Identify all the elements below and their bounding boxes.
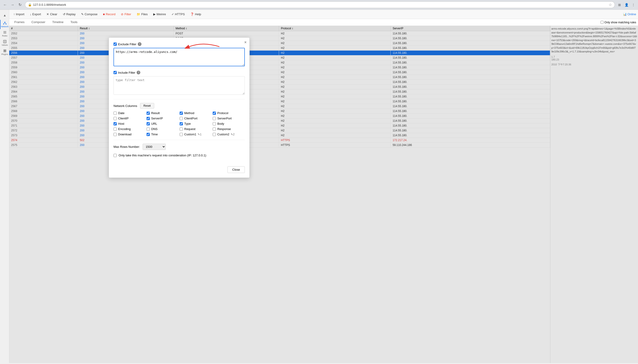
column-item-serverip: ServerIP [147,117,179,120]
exclude-filter-input[interactable]: https://arms-retcode.aliyuncs.com/ [114,48,245,66]
svg-point-2 [6,24,7,24]
clear-icon: ✕ [47,12,49,16]
include-filter-label: Include Filter ? [114,71,245,74]
col-checkbox-custom2[interactable] [213,133,216,136]
browser-actions: ⊞ 👤 ⋮ [617,2,636,8]
column-item-download: Download [114,132,146,136]
help-button[interactable]: ❓ Help [188,12,203,17]
col-edit-icon-custom1[interactable]: ✎1 [198,133,202,136]
column-item-encoding: Encoding [114,127,146,131]
replay-button[interactable]: ↺ Replay [61,12,78,17]
column-item-dns: DNS [147,127,179,131]
col-checkbox-date[interactable] [114,112,117,115]
col-checkbox-request[interactable] [180,128,183,131]
profile-icon[interactable]: 👤 [624,2,629,8]
col-checkbox-response[interactable] [213,128,216,131]
exclude-filter-section: Exclude Filter ? https://arms-retcode.al… [114,42,245,67]
column-item-type: Type [180,122,212,126]
forward-button[interactable]: → [9,2,16,8]
col-checkbox-encoding[interactable] [114,128,117,131]
compose-button[interactable]: ✎ Compose [79,12,100,17]
col-checkbox-url[interactable] [147,122,150,126]
reset-button[interactable]: Reset [140,103,154,108]
sidebar-item-network[interactable]: Network [0,20,9,29]
max-rows-section: Max Rows Number: 1500 500 1000 2000 5000 [114,140,245,150]
tab-tools[interactable]: Tools [67,19,81,26]
exclude-help-icon[interactable]: ? [138,42,141,46]
clear-button[interactable]: ✕ Clear [44,12,59,17]
include-filter-section: Include Filter ? [114,71,245,96]
col-checkbox-protocol[interactable] [213,112,216,115]
only-show-checkbox[interactable] [600,21,603,24]
tab-timeline[interactable]: Timeline [49,19,67,26]
col-checkbox-result[interactable] [147,112,150,115]
main-content: ↑ Import ↓ Export ✕ Clear ↺ Replay ✎ Com… [9,10,638,363]
modal-body: Exclude Filter ? https://arms-retcode.al… [109,38,249,166]
col-label-custom2: Custom2 [217,132,229,136]
online-label: Online [627,12,636,16]
files-button[interactable]: 📁 Files [134,12,150,17]
column-item-clientport: ClientPort [180,117,212,120]
nav-buttons: ← → ↻ [2,2,23,8]
col-checkbox-custom1[interactable] [180,133,183,136]
filter-button[interactable]: ⊘ Filter [119,12,133,17]
col-label-url: URL [151,122,157,126]
column-item-response: Response [213,127,245,131]
record-button[interactable]: ■ Record [101,12,118,17]
machine-label: Only take this machine's request into co… [119,154,206,157]
tab-frames[interactable]: Frames [11,19,28,26]
sidebar-rules-label: Rules [2,35,8,37]
modal-close-button[interactable]: × [244,40,247,45]
include-filter-input[interactable] [114,76,245,95]
column-item-url: URL [147,122,179,126]
export-icon: ↓ [30,12,32,16]
col-edit-icon-custom2[interactable]: ✎2 [231,133,235,136]
col-checkbox-serverip[interactable] [147,117,150,120]
sidebar-item-values[interactable]: Values [0,38,9,48]
online-indicator: 📊 Online [623,12,636,16]
col-checkbox-type[interactable] [180,122,183,126]
col-checkbox-host[interactable] [114,122,117,126]
modal-close-footer-button[interactable]: Close [227,166,245,173]
address-bar[interactable]: 🔒 127.0.0.1:8899/#network ☆ [25,2,615,8]
col-label-request: Request [184,127,195,131]
col-label-body: Body [217,122,224,126]
files-icon: 📁 [137,12,140,16]
replay-label: Replay [66,12,76,16]
columns-header: Network Columns Reset [114,103,245,108]
compose-icon: ✎ [81,12,84,16]
weinre-button[interactable]: ▶ Weinre [151,12,168,17]
menu-icon[interactable]: ⋮ [630,2,636,8]
https-button[interactable]: ✓ HTTPS [169,12,187,17]
devtools-container: ▲ Network Rules Values Plugins ↑ Import [0,10,638,363]
col-checkbox-time[interactable] [147,133,150,136]
tab-composer[interactable]: Composer [28,19,49,26]
sidebar-item-plugins[interactable]: Plugins [0,48,9,57]
machine-checkbox[interactable] [114,154,117,157]
include-filter-checkbox[interactable] [114,71,117,74]
col-checkbox-dns[interactable] [147,128,150,131]
include-help-icon[interactable]: ? [137,71,140,74]
col-label-method: Method [184,111,194,115]
sidebar-item-top[interactable]: ▲ [0,10,9,20]
col-label-response: Response [217,127,231,131]
col-checkbox-clientport[interactable] [180,117,183,120]
sidebar-item-rules[interactable]: Rules [0,29,9,38]
col-checkbox-clientip[interactable] [114,117,117,120]
extensions-icon[interactable]: ⊞ [617,2,622,8]
import-button[interactable]: ↑ Import [11,12,27,17]
col-checkbox-method[interactable] [180,112,183,115]
col-checkbox-serverport[interactable] [213,117,216,120]
export-button[interactable]: ↓ Export [28,12,43,17]
col-label-encoding: Encoding [118,127,131,131]
exclude-filter-checkbox[interactable] [114,42,117,46]
col-checkbox-body[interactable] [213,122,216,126]
col-checkbox-download[interactable] [114,133,117,136]
max-rows-select[interactable]: 1500 500 1000 2000 5000 [143,144,166,150]
col-label-date: Date [118,111,124,115]
reload-button[interactable]: ↻ [17,2,23,8]
column-item-host: Host [114,122,146,126]
network-area: # Result ↕ Method ↕ Protocol ↕ ServerIP … [9,26,638,363]
back-button[interactable]: ← [2,2,8,8]
columns-title: Network Columns [114,104,137,108]
